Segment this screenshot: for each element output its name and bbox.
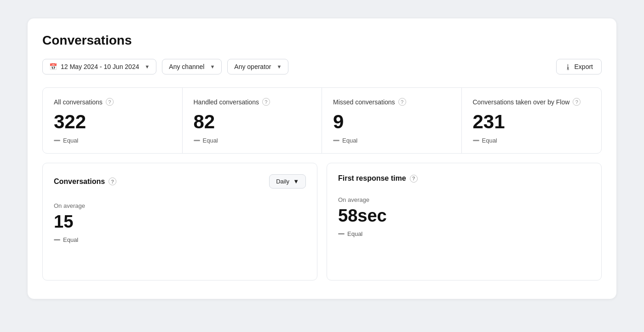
first-response-panel: First response time ? On average 58sec E… <box>327 163 602 280</box>
stat-label-text: Missed conversations <box>333 98 395 106</box>
main-card: Conversations 📅 12 May 2024 - 10 Jun 202… <box>28 18 616 299</box>
equal-dash-icon <box>338 233 345 235</box>
operator-dropdown[interactable]: Any operator ▼ <box>227 59 288 74</box>
help-icon[interactable]: ? <box>262 98 270 106</box>
daily-label: Daily <box>276 178 289 185</box>
channel-dropdown[interactable]: Any channel ▼ <box>162 59 222 74</box>
stat-label-text: Conversations taken over by Flow <box>473 98 570 106</box>
stat-change: Equal <box>473 137 591 144</box>
stat-handled-conversations: Handled conversations ? 82 Equal <box>183 88 322 153</box>
stat-change: Equal <box>333 137 450 144</box>
stat-value: 231 <box>473 112 591 132</box>
daily-dropdown[interactable]: Daily ▼ <box>269 174 306 189</box>
chevron-down-icon: ▼ <box>276 64 282 69</box>
panel-header: Conversations ? Daily ▼ <box>54 174 306 189</box>
help-icon[interactable]: ? <box>573 98 581 106</box>
conversations-panel-title: Conversations <box>54 177 105 186</box>
stat-all-conversations: All conversations ? 322 Equal <box>43 88 183 153</box>
stat-value: 9 <box>333 112 450 132</box>
equal-dash-icon <box>333 140 339 141</box>
equal-dash-icon <box>473 140 479 141</box>
stat-value: 322 <box>54 112 171 132</box>
chevron-down-icon: ▼ <box>144 64 150 69</box>
equal-dash-icon <box>54 239 60 240</box>
on-average-label: On average <box>54 202 306 209</box>
stat-label-text: All conversations <box>54 98 103 106</box>
on-average-label: On average <box>338 196 590 203</box>
stat-missed-conversations: Missed conversations ? 9 Equal <box>322 88 462 153</box>
help-icon[interactable]: ? <box>106 98 114 106</box>
first-response-panel-title: First response time <box>338 174 406 183</box>
stat-value: 82 <box>194 112 311 132</box>
panel-change: Equal <box>54 236 306 243</box>
chevron-down-icon: ▼ <box>210 64 215 69</box>
stat-flow-conversations: Conversations taken over by Flow ? 231 E… <box>462 88 602 153</box>
export-button[interactable]: ⭳ Export <box>556 59 602 74</box>
panel-change: Equal <box>338 230 590 237</box>
date-range-dropdown[interactable]: 📅 12 May 2024 - 10 Jun 2024 ▼ <box>42 59 156 74</box>
date-range-label: 12 May 2024 - 10 Jun 2024 <box>61 63 139 70</box>
equal-dash-icon <box>54 140 60 141</box>
page-title: Conversations <box>42 33 602 48</box>
panel-value: 15 <box>54 212 306 232</box>
operator-label: Any operator <box>234 63 271 70</box>
help-icon[interactable]: ? <box>398 98 406 106</box>
calendar-icon: 📅 <box>49 63 57 70</box>
chevron-down-icon: ▼ <box>293 178 299 185</box>
stat-change: Equal <box>54 137 171 144</box>
conversations-panel: Conversations ? Daily ▼ On average 15 Eq… <box>42 163 317 280</box>
stat-label-text: Handled conversations <box>194 98 259 106</box>
channel-label: Any channel <box>169 63 204 70</box>
stats-row: All conversations ? 322 Equal Handled co… <box>42 87 602 154</box>
panel-value: 58sec <box>338 206 590 226</box>
bottom-row: Conversations ? Daily ▼ On average 15 Eq… <box>42 163 602 280</box>
download-icon: ⭳ <box>565 63 571 70</box>
equal-dash-icon <box>194 140 200 141</box>
stat-change: Equal <box>194 137 311 144</box>
filter-bar: 📅 12 May 2024 - 10 Jun 2024 ▼ Any channe… <box>42 59 602 74</box>
panel-header: First response time ? <box>338 174 590 183</box>
help-icon[interactable]: ? <box>109 177 116 185</box>
help-icon[interactable]: ? <box>410 175 418 183</box>
